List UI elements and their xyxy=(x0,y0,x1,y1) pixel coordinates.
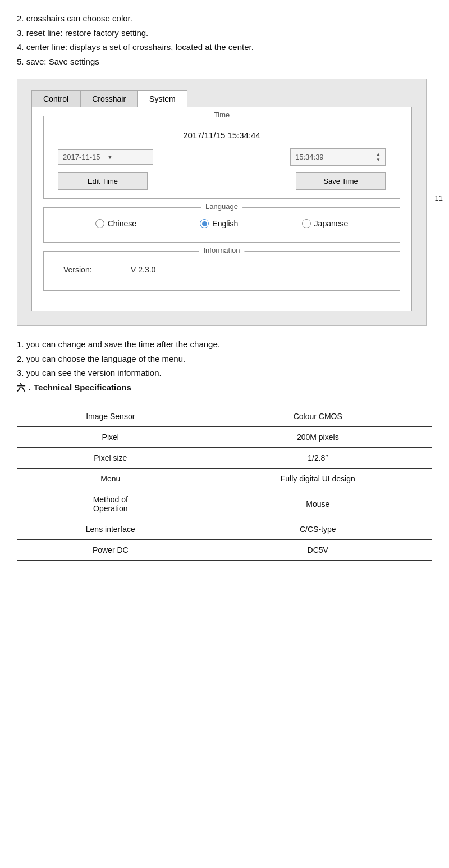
time-value: 15:34:39 xyxy=(295,153,374,161)
time-input[interactable]: 15:34:39 ▲ ▼ xyxy=(290,148,386,166)
spec-feature: Lens interface xyxy=(17,519,204,540)
spec-value: C/CS-type xyxy=(204,519,432,540)
spec-value: Mouse xyxy=(204,489,432,519)
page-number: 11 xyxy=(435,194,443,202)
specs-table: Image SensorColour CMOSPixel200M pixelsP… xyxy=(17,406,432,561)
tab-crosshair[interactable]: Crosshair xyxy=(80,90,138,107)
instruction-line-2: 3. reset line: restore factory setting. xyxy=(17,26,432,40)
instruction-line-4: 5. save: Save settings xyxy=(17,54,432,69)
information-legend: Information xyxy=(199,246,244,255)
version-row: Version: V 2.3.0 xyxy=(58,262,386,278)
radio-english[interactable] xyxy=(200,219,209,228)
spec-value: 1/2.8″ xyxy=(204,448,432,469)
language-chinese-label: Chinese xyxy=(108,219,136,228)
language-option-japanese[interactable]: Japanese xyxy=(302,219,349,228)
spec-feature: Power DC xyxy=(17,540,204,561)
language-english-label: English xyxy=(212,219,238,228)
table-row: Power DCDC5V xyxy=(17,540,432,561)
date-input[interactable]: 2017-11-15 ▼ xyxy=(58,149,153,165)
table-row: Pixel size1/2.8″ xyxy=(17,448,432,469)
date-value: 2017-11-15 xyxy=(63,153,104,161)
information-section: Information Version: V 2.3.0 xyxy=(43,251,400,291)
spec-feature: Pixel size xyxy=(17,448,204,469)
spinner-down-icon[interactable]: ▼ xyxy=(376,157,381,163)
spec-value: Colour CMOS xyxy=(204,406,432,427)
instructions-top: 2. crosshairs can choose color. 3. reset… xyxy=(17,11,432,69)
tabs-row: Control Crosshair System xyxy=(31,90,412,107)
table-row: Lens interfaceC/CS-type xyxy=(17,519,432,540)
language-section: Language Chinese English Japanese xyxy=(43,207,400,243)
spec-feature: Image Sensor xyxy=(17,406,204,427)
edit-time-button[interactable]: Edit Time xyxy=(58,172,148,190)
radio-chinese[interactable] xyxy=(95,219,104,228)
save-time-button[interactable]: Save Time xyxy=(296,172,386,190)
current-datetime: 2017/11/15 15:34:44 xyxy=(52,130,391,140)
time-inputs-row: 2017-11-15 ▼ 15:34:39 ▲ ▼ xyxy=(52,148,391,166)
time-spinner[interactable]: ▲ ▼ xyxy=(376,152,381,162)
tab-content-system: Time 2017/11/15 15:34:44 2017-11-15 ▼ 15… xyxy=(31,107,412,311)
instructions-bottom: 1. you can change and save the time afte… xyxy=(17,337,432,394)
instruction-line-3: 4. center line: displays a set of crossh… xyxy=(17,40,432,54)
language-japanese-label: Japanese xyxy=(314,219,349,228)
tech-specs-title: 六．Technical Specifications xyxy=(17,380,432,395)
date-dropdown-arrow[interactable]: ▼ xyxy=(107,154,148,160)
spec-value: DC5V xyxy=(204,540,432,561)
spec-value: 200M pixels xyxy=(204,427,432,448)
spec-feature: Method ofOperation xyxy=(17,489,204,519)
bottom-line-2: 2. you can choose the language of the me… xyxy=(17,352,432,366)
time-buttons-row: Edit Time Save Time xyxy=(52,172,391,190)
instruction-line-1: 2. crosshairs can choose color. xyxy=(17,11,432,26)
spec-feature: Menu xyxy=(17,469,204,489)
radio-japanese[interactable] xyxy=(302,219,311,228)
bottom-line-3: 3. you can see the version information. xyxy=(17,366,432,380)
table-row: Pixel200M pixels xyxy=(17,427,432,448)
table-row: Image SensorColour CMOS xyxy=(17,406,432,427)
language-option-chinese[interactable]: Chinese xyxy=(95,219,136,228)
language-option-english[interactable]: English xyxy=(200,219,238,228)
time-legend: Time xyxy=(209,111,234,119)
ui-panel: Control Crosshair System Time 2017/11/15… xyxy=(17,79,427,326)
version-label: Version: xyxy=(63,265,131,274)
tab-control[interactable]: Control xyxy=(31,90,80,107)
language-options-row: Chinese English Japanese xyxy=(52,213,391,234)
table-row: Method ofOperationMouse xyxy=(17,489,432,519)
tab-system[interactable]: System xyxy=(138,90,187,107)
spec-value: Fully digital UI design xyxy=(204,469,432,489)
version-value: V 2.3.0 xyxy=(131,265,155,274)
table-row: MenuFully digital UI design xyxy=(17,469,432,489)
spinner-up-icon[interactable]: ▲ xyxy=(376,152,381,157)
language-legend: Language xyxy=(201,202,242,211)
time-section: Time 2017/11/15 15:34:44 2017-11-15 ▼ 15… xyxy=(43,116,400,199)
info-content: Version: V 2.3.0 xyxy=(52,257,391,282)
spec-feature: Pixel xyxy=(17,427,204,448)
bottom-line-1: 1. you can change and save the time afte… xyxy=(17,337,432,352)
